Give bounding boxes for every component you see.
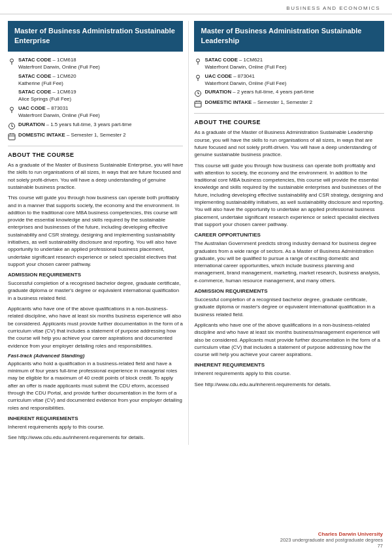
uac-code: 873031 <box>51 105 68 111</box>
pin-icon-uac <box>8 106 16 114</box>
right-admission-title: ADMISSION REQUIREMENTS <box>194 288 384 294</box>
intake-value: Semester 1, Semester 2 <box>71 132 125 138</box>
svg-rect-7 <box>8 134 15 140</box>
left-intake: DOMESTIC INTAKE – Semester 1, Semester 2 <box>8 132 183 140</box>
right-career-title: CAREER OPPORTUNITIES <box>194 232 384 238</box>
satac-detail-3: Alice Springs (Full Fee) <box>18 96 71 102</box>
left-column: Master of Business Administration Sustai… <box>8 21 188 445</box>
uac-label: UAC CODE <box>18 105 46 111</box>
right-intake-value: Semester 1, Semester 2 <box>257 99 312 105</box>
duration-label: DURATION <box>18 122 45 127</box>
right-inherent-text: Inherent requirements apply to this cour… <box>194 370 384 377</box>
right-satac-label: SATAC CODE <box>204 57 237 63</box>
svg-point-0 <box>10 59 14 62</box>
satac-code-2: 1CM620 <box>57 73 76 79</box>
left-duration: DURATION – 1.5 years full-time, 3 years … <box>8 122 183 130</box>
right-inherent-url: See http://www.cdu.edu.au/inherent-requi… <box>194 381 384 388</box>
page-number: 77 <box>280 543 383 549</box>
footer-year: 2023 undergraduate and postgraduate degr… <box>280 537 383 543</box>
left-inherent-title: INHERENT REQUIREMENTS <box>8 416 183 421</box>
duration-value: 1.5 years full-time, 3 years part-time <box>50 122 131 127</box>
right-pin-icon-uac <box>194 74 202 82</box>
right-duration: DURATION – 2 years full-time, 4 years pa… <box>194 89 384 97</box>
right-career-text: The Australian Government predicts stron… <box>194 240 384 284</box>
right-about-title: ABOUT THE COURSE <box>194 119 384 125</box>
satac-label-2: SATAC CODE <box>18 73 51 79</box>
right-satac-code: 1CM621 <box>244 57 263 63</box>
left-inherent-url: See http://www.cdu.edu.au/inherent-requi… <box>8 434 183 441</box>
left-about-p2: This course will guide you through how b… <box>8 194 183 268</box>
right-about-p1: As a graduate of the Master of Business … <box>194 129 384 158</box>
left-admission-title: ADMISSION REQUIREMENTS <box>8 272 183 278</box>
right-admission-p1: Successful completion of a recognised ba… <box>194 296 384 318</box>
left-about-title: ABOUT THE COURSE <box>8 152 183 158</box>
left-course-title: Master of Business Administration Sustai… <box>8 21 183 52</box>
satac-code-1: 1CM618 <box>57 57 76 63</box>
header-text: BUSINESS AND ECONOMICS <box>286 5 380 11</box>
right-admission-p2: Applicants who have one of the above qua… <box>194 321 384 358</box>
right-intake: DOMESTIC INTAKE – Semester 1, Semester 2 <box>194 99 384 108</box>
right-about-p2: This course will guide you through how b… <box>194 162 384 229</box>
right-course-title: Master of Business Administration Sustai… <box>194 21 384 52</box>
satac-label-1: SATAC CODE <box>18 57 51 63</box>
left-fast-track-text: Applicants who hold a qualification in a… <box>8 360 183 412</box>
right-inherent-title: INHERENT REQUIREMENTS <box>194 362 384 368</box>
satac-detail-1: Waterfront Darwin, Online (Full Fee) <box>18 64 100 70</box>
satac-detail-2: Katherine (Full Fee) <box>18 80 63 86</box>
left-uac: UAC CODE – 873031 Waterfront Darwin, Onl… <box>8 105 183 120</box>
right-duration-label: DURATION <box>204 89 231 95</box>
right-uac-detail: Waterfront Darwin, Online (Full Fee) <box>204 80 286 86</box>
right-column: Master of Business Administration Sustai… <box>188 21 384 445</box>
pin-icon-1 <box>8 57 16 65</box>
page-footer: Charles Darwin University 2023 undergrad… <box>280 531 383 549</box>
satac-code-3: 1CM619 <box>57 89 76 95</box>
duration-icon <box>8 122 16 130</box>
left-admission-p1: Successful completion of a recognised ba… <box>8 280 183 302</box>
right-intake-label: DOMESTIC INTAKE <box>204 99 252 105</box>
right-duration-value: 2 years full-time, 4 years part-time <box>237 89 314 95</box>
left-fast-track-title: Fast-track (Advanced Standing) <box>8 353 183 359</box>
svg-point-11 <box>197 59 200 62</box>
svg-point-13 <box>197 75 200 78</box>
page-header: BUSINESS AND ECONOMICS <box>0 0 392 14</box>
left-satac-2: SATAC CODE – 1CM620 Katherine (Full Fee) <box>8 73 183 88</box>
intake-label: DOMESTIC INTAKE <box>18 132 65 138</box>
uac-detail: Waterfront Darwin, Online (Full Fee) <box>18 112 100 118</box>
right-uac-code: 873041 <box>238 73 255 79</box>
svg-rect-18 <box>195 101 201 107</box>
right-duration-icon <box>194 90 202 97</box>
satac-label-3: SATAC CODE <box>18 89 51 95</box>
right-pin-icon <box>194 57 202 65</box>
left-inherent-text: Inherent requirements apply to this cour… <box>8 423 183 431</box>
right-intake-icon <box>194 100 202 108</box>
left-admission-p2: Applicants who have one of the above qua… <box>8 305 183 350</box>
svg-point-2 <box>10 107 14 110</box>
right-uac: UAC CODE – 873041 Waterfront Darwin, Onl… <box>194 73 384 88</box>
right-satac: SATAC CODE – 1CM621 Waterfront Darwin, O… <box>194 57 384 71</box>
right-uac-label: UAC CODE <box>204 73 232 79</box>
left-satac-3: SATAC CODE – 1CM619 Alice Springs (Full … <box>8 89 183 103</box>
left-satac-1: SATAC CODE – 1CM618 Waterfront Darwin, O… <box>8 57 183 71</box>
intake-icon <box>8 133 16 140</box>
right-satac-detail: Waterfront Darwin, Online (Full Fee) <box>204 64 286 70</box>
left-about-p1: As a graduate of the Master of Business … <box>8 161 183 191</box>
footer-university: Charles Darwin University <box>280 531 383 537</box>
